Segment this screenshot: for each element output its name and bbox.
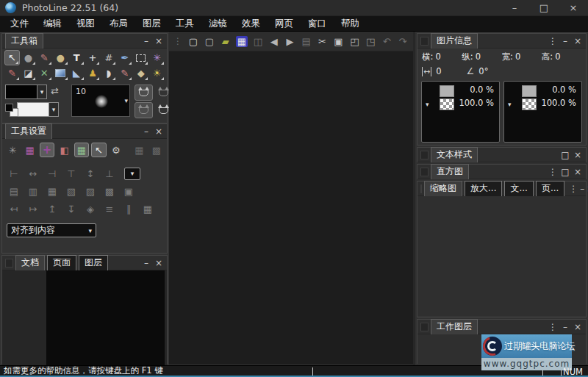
document-canvas[interactable]: [169, 51, 413, 365]
spacing-icon-8[interactable]: ▦: [139, 201, 157, 216]
tool-settings-minimize-icon[interactable]: –: [141, 126, 151, 137]
menu-layout[interactable]: 布局: [102, 16, 135, 31]
spacing-icon-4[interactable]: ↧: [62, 201, 80, 216]
close-button[interactable]: ×: [559, 0, 588, 16]
image-info-minimize-icon[interactable]: –: [560, 36, 570, 46]
open-button[interactable]: ▰: [220, 36, 232, 47]
menu-effects[interactable]: 效果: [234, 16, 268, 31]
align-dropdown-button[interactable]: ▾: [124, 168, 140, 180]
chevron-down-icon[interactable]: ▾: [426, 101, 429, 108]
back-button[interactable]: ◀: [268, 36, 280, 47]
tab-layer[interactable]: 图层: [79, 255, 108, 270]
distribute-icon-7[interactable]: ▣: [120, 184, 137, 198]
text-style-restore-icon[interactable]: □: [560, 150, 570, 160]
image-info-menu-icon[interactable]: ⋮: [548, 36, 558, 46]
default-colors[interactable]: [5, 104, 20, 118]
forward-button[interactable]: ▶: [284, 36, 296, 47]
cat-button-1[interactable]: [135, 85, 153, 101]
thumbnail-menu-icon[interactable]: ⋮: [569, 184, 578, 194]
knife-tool[interactable]: ◆: [133, 65, 148, 81]
histogram-restore-icon[interactable]: □: [560, 167, 570, 177]
swap-colors-icon[interactable]: ⇄: [51, 85, 59, 96]
align-left-icon[interactable]: ⊢: [5, 166, 23, 181]
grid-magenta-button[interactable]: ▦: [22, 143, 37, 157]
arrow-mode-button[interactable]: ↖: [91, 143, 106, 157]
align-center-v-icon[interactable]: ↕: [82, 166, 99, 181]
eraser-tool[interactable]: ◪: [21, 65, 36, 81]
settings-gear-button[interactable]: ⚙: [109, 143, 123, 157]
align-center-h-icon[interactable]: ↔: [24, 166, 42, 181]
spacing-icon-2[interactable]: ↦: [24, 201, 42, 216]
save-button[interactable]: ◫: [252, 36, 264, 47]
align-bottom-icon[interactable]: ⊥: [101, 166, 118, 181]
working-layer-minimize-icon[interactable]: –: [560, 322, 570, 332]
align-right-icon[interactable]: ⊣: [43, 166, 61, 181]
tab-pages[interactable]: 页...: [536, 181, 564, 196]
menu-filter[interactable]: 滤镜: [201, 16, 234, 31]
marquee-tool[interactable]: [133, 50, 148, 65]
panel-grip[interactable]: [420, 37, 429, 46]
panel-grip[interactable]: [420, 323, 429, 331]
tool-settings-close-icon[interactable]: ×: [154, 126, 164, 137]
spacing-icon-7[interactable]: ∥: [120, 201, 137, 216]
new-from-clipboard-button[interactable]: ▢: [204, 36, 215, 47]
distribute-icon-4[interactable]: ▧: [62, 184, 80, 198]
clone-tool[interactable]: ✕: [37, 65, 52, 81]
tab-magnify[interactable]: 放大...: [465, 181, 502, 196]
draw-tool[interactable]: ✎: [37, 50, 52, 65]
distribute-icon-2[interactable]: ▥: [24, 184, 42, 198]
toolbar-grip[interactable]: ⋮: [173, 36, 182, 46]
tab-text[interactable]: 文...: [504, 181, 533, 196]
distribute-icon-6[interactable]: ▩: [101, 184, 118, 198]
docs-minimize-icon[interactable]: –: [141, 258, 151, 268]
distribute-icon-5[interactable]: ▨: [82, 184, 99, 198]
maximize-button[interactable]: □: [529, 0, 559, 16]
fill-tool[interactable]: ◣: [69, 65, 85, 81]
grid-disabled-button-2[interactable]: ▩: [149, 143, 164, 157]
text-tool[interactable]: T: [69, 50, 85, 65]
color-info-box-2[interactable]: ▾ 0.0 % 100.0 %: [503, 81, 582, 143]
panel-grip[interactable]: [420, 151, 429, 159]
print-button[interactable]: ▤: [301, 36, 312, 47]
retouch-tool[interactable]: ✎: [117, 65, 132, 81]
spacing-icon-5[interactable]: ◈: [82, 201, 99, 216]
working-layer-close-icon[interactable]: ×: [573, 322, 583, 332]
panel-grip[interactable]: [5, 259, 13, 268]
crop-tool[interactable]: #: [101, 50, 116, 65]
menu-file[interactable]: 文件: [3, 16, 36, 31]
histogram-menu-icon[interactable]: ⋮: [548, 167, 558, 177]
paste-button[interactable]: ◰: [348, 36, 360, 47]
brush-dropdown[interactable]: ▾: [124, 97, 128, 104]
toolbox-minimize-icon[interactable]: –: [141, 36, 151, 46]
menu-layer[interactable]: 图层: [135, 16, 168, 31]
panel-grip[interactable]: [420, 168, 429, 176]
working-layer-menu-icon[interactable]: ⋮: [548, 322, 558, 332]
spacing-icon-6[interactable]: ≡: [101, 201, 118, 216]
crosshair-button[interactable]: +: [40, 143, 54, 157]
menu-help[interactable]: 帮助: [334, 16, 367, 31]
distribute-icon-3[interactable]: ▦: [43, 184, 61, 198]
foreground-color-dropdown[interactable]: ▾: [37, 85, 47, 99]
foreground-color-swatch[interactable]: [5, 85, 37, 99]
align-top-icon[interactable]: ⊤: [62, 166, 80, 181]
spacing-icon-3[interactable]: ↥: [43, 201, 61, 216]
cut-button[interactable]: ✂: [317, 36, 329, 47]
background-color-dropdown[interactable]: ▾: [49, 102, 59, 117]
menu-tools[interactable]: 工具: [168, 16, 201, 31]
undo-button[interactable]: ↶: [381, 36, 392, 47]
docs-content[interactable]: [2, 270, 167, 365]
magic-wand-tool[interactable]: ✳: [149, 50, 165, 65]
shape-tool[interactable]: ●: [21, 50, 36, 65]
chevron-down-icon[interactable]: ▾: [508, 101, 512, 108]
menu-web[interactable]: 网页: [268, 16, 301, 31]
pages-button[interactable]: ◧: [57, 143, 71, 157]
distribute-icon-1[interactable]: ▤: [5, 184, 23, 198]
grid-green-button[interactable]: ▦: [74, 143, 89, 157]
docs-close-icon[interactable]: ×: [154, 258, 164, 268]
spot-tool[interactable]: ●: [53, 50, 68, 65]
new-document-button[interactable]: ▢: [187, 36, 199, 47]
light-tool[interactable]: ☀: [149, 65, 165, 81]
text-style-close-icon[interactable]: ×: [573, 150, 583, 160]
image-info-close-icon[interactable]: ×: [573, 36, 583, 46]
edit-tool[interactable]: ↖: [4, 50, 20, 65]
